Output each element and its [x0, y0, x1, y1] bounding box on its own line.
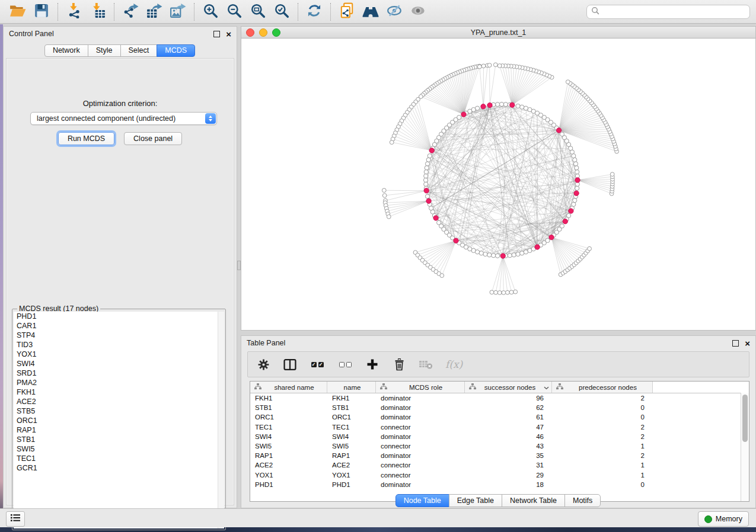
ring-node[interactable] — [479, 251, 483, 255]
leaf-node[interactable] — [610, 172, 614, 177]
result-node[interactable]: STP4 — [14, 331, 218, 340]
float-panel-icon[interactable] — [732, 340, 739, 347]
result-node[interactable]: ACE2 — [14, 397, 218, 406]
ring-node[interactable] — [487, 253, 492, 257]
ring-node[interactable] — [483, 252, 487, 256]
table-row[interactable]: ACE2ACE2connector311 — [250, 460, 749, 470]
zoom-out-button[interactable] — [222, 2, 246, 22]
leaf-node[interactable] — [506, 290, 510, 294]
close-panel-icon[interactable]: × — [226, 31, 231, 37]
result-node[interactable]: STB1 — [14, 435, 218, 444]
result-node[interactable]: PHD1 — [14, 312, 218, 321]
tab-network-table[interactable]: Network Table — [502, 494, 565, 507]
criterion-select[interactable]: largest connected component (undirected) — [30, 112, 217, 125]
mcds-result-list[interactable]: PHD1CAR1STP4TID3YOX1SWI4SRD1PMA2FKH1ACE2… — [14, 312, 218, 528]
table-row[interactable]: ORC1ORC1dominator610 — [250, 412, 749, 422]
hide-visual-style-button[interactable] — [382, 2, 406, 22]
table-row[interactable]: SWI4SWI4dominator462 — [250, 432, 749, 441]
ring-node[interactable] — [560, 224, 564, 228]
leaf-node[interactable] — [477, 65, 481, 69]
tab-style[interactable]: Style — [88, 44, 121, 57]
ring-node[interactable] — [567, 213, 571, 217]
ring-node[interactable] — [496, 102, 500, 107]
table-scrollbar-thumb[interactable] — [742, 395, 748, 442]
search-box[interactable] — [586, 5, 750, 19]
leaf-node[interactable] — [494, 290, 498, 294]
column-header-shared-name[interactable]: shared name — [250, 382, 327, 393]
leaf-node[interactable] — [513, 290, 518, 294]
leaf-node[interactable] — [497, 291, 502, 295]
zoom-selected-button[interactable] — [270, 2, 294, 22]
import-network-button[interactable] — [62, 2, 86, 22]
table-row[interactable]: SWI5SWI5connector431 — [250, 441, 749, 451]
ring-node[interactable] — [512, 253, 516, 257]
ring-node[interactable] — [572, 202, 576, 206]
select-all-icon[interactable]: ✓✓ — [310, 357, 325, 371]
ring-node[interactable] — [520, 251, 524, 255]
mcds-node[interactable] — [461, 112, 466, 117]
leaf-node[interactable] — [493, 63, 497, 67]
ring-node[interactable] — [516, 252, 520, 256]
show-hide-button[interactable] — [406, 2, 430, 22]
result-node[interactable]: ORC1 — [14, 416, 218, 425]
ring-node[interactable] — [424, 170, 428, 174]
ring-node[interactable] — [516, 104, 520, 108]
tab-network[interactable]: Network — [44, 44, 88, 57]
delete-column-icon[interactable] — [392, 357, 406, 371]
ring-node[interactable] — [573, 198, 577, 203]
leaf-node[interactable] — [387, 214, 391, 219]
ring-node[interactable] — [496, 254, 500, 258]
mcds-node[interactable] — [574, 191, 579, 196]
ring-node[interactable] — [423, 178, 428, 182]
ring-node[interactable] — [424, 174, 428, 178]
ring-node[interactable] — [425, 162, 429, 166]
result-node[interactable]: GCR1 — [14, 463, 218, 473]
ring-node[interactable] — [424, 182, 428, 186]
ring-node[interactable] — [575, 186, 579, 190]
show-column-icon[interactable] — [283, 357, 297, 371]
leaf-node[interactable] — [481, 64, 486, 68]
leaf-node[interactable] — [502, 291, 506, 295]
ring-node[interactable] — [560, 132, 564, 136]
result-node[interactable]: SWI5 — [14, 444, 218, 454]
find-button[interactable] — [359, 2, 382, 22]
leaf-node[interactable] — [509, 290, 513, 294]
column-header-successor-nodes[interactable]: successor nodes — [465, 382, 552, 393]
leaf-node[interactable] — [440, 274, 444, 278]
table-row[interactable]: PHD1PHD1dominator180 — [250, 480, 749, 489]
leaf-node[interactable] — [382, 194, 387, 198]
mcds-node[interactable] — [535, 245, 540, 249]
result-list-scrollbar[interactable] — [218, 312, 224, 528]
result-node[interactable]: PMA2 — [14, 378, 218, 387]
mcds-node[interactable] — [500, 254, 505, 258]
mcds-node[interactable] — [433, 216, 438, 220]
ring-node[interactable] — [573, 158, 577, 162]
table-row[interactable]: TEC1TEC1connector472 — [250, 422, 749, 432]
tab-select[interactable]: Select — [120, 44, 158, 57]
ring-node[interactable] — [476, 250, 480, 254]
result-node[interactable]: TID3 — [14, 340, 218, 350]
tab-mcds[interactable]: MCDS — [157, 44, 195, 57]
tab-node-table[interactable]: Node Table — [395, 494, 449, 507]
tab-motifs[interactable]: Motifs — [564, 494, 601, 507]
add-column-icon[interactable] — [365, 357, 379, 371]
table-scrollbar[interactable] — [741, 393, 749, 501]
ring-node[interactable] — [426, 158, 430, 162]
memory-button[interactable]: Memory — [698, 511, 749, 527]
run-mcds-button[interactable]: Run MCDS — [58, 132, 114, 145]
export-network-button[interactable] — [119, 2, 142, 22]
ring-node[interactable] — [492, 254, 496, 258]
ring-node[interactable] — [524, 106, 528, 110]
ring-node[interactable] — [428, 154, 432, 158]
zoom-in-button[interactable] — [199, 2, 222, 22]
result-node[interactable]: FKH1 — [14, 387, 218, 397]
mcds-node[interactable] — [569, 209, 573, 213]
mcds-node[interactable] — [556, 128, 561, 133]
ring-node[interactable] — [575, 166, 579, 170]
clone-network-button[interactable] — [335, 2, 359, 22]
export-image-button[interactable] — [166, 2, 190, 22]
result-node[interactable]: SRD1 — [14, 368, 218, 378]
ring-node[interactable] — [503, 102, 508, 107]
result-node[interactable]: STB5 — [14, 406, 218, 416]
float-panel-icon[interactable] — [213, 31, 220, 37]
